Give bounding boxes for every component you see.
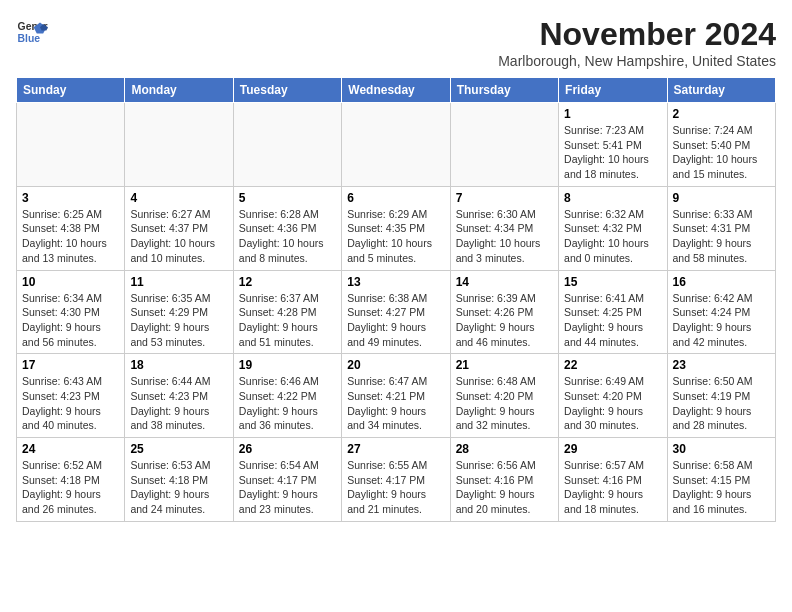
day-number: 21 [456,358,553,372]
day-info: Sunrise: 6:34 AM Sunset: 4:30 PM Dayligh… [22,291,119,350]
day-info: Sunrise: 6:33 AM Sunset: 4:31 PM Dayligh… [673,207,770,266]
calendar-cell: 30Sunrise: 6:58 AM Sunset: 4:15 PM Dayli… [667,438,775,522]
day-number: 28 [456,442,553,456]
day-number: 11 [130,275,227,289]
day-info: Sunrise: 6:57 AM Sunset: 4:16 PM Dayligh… [564,458,661,517]
page-header: General Blue November 2024 Marlborough, … [16,16,776,69]
day-info: Sunrise: 6:37 AM Sunset: 4:28 PM Dayligh… [239,291,336,350]
day-info: Sunrise: 6:58 AM Sunset: 4:15 PM Dayligh… [673,458,770,517]
day-number: 22 [564,358,661,372]
weekday-header-row: SundayMondayTuesdayWednesdayThursdayFrid… [17,78,776,103]
calendar-cell: 24Sunrise: 6:52 AM Sunset: 4:18 PM Dayli… [17,438,125,522]
day-number: 30 [673,442,770,456]
day-number: 15 [564,275,661,289]
weekday-header-wednesday: Wednesday [342,78,450,103]
weekday-header-monday: Monday [125,78,233,103]
calendar-cell: 27Sunrise: 6:55 AM Sunset: 4:17 PM Dayli… [342,438,450,522]
calendar-cell: 7Sunrise: 6:30 AM Sunset: 4:34 PM Daylig… [450,186,558,270]
day-info: Sunrise: 6:52 AM Sunset: 4:18 PM Dayligh… [22,458,119,517]
title-area: November 2024 Marlborough, New Hampshire… [498,16,776,69]
day-number: 23 [673,358,770,372]
location-subtitle: Marlborough, New Hampshire, United State… [498,53,776,69]
calendar-cell: 3Sunrise: 6:25 AM Sunset: 4:38 PM Daylig… [17,186,125,270]
calendar-week-row: 1Sunrise: 7:23 AM Sunset: 5:41 PM Daylig… [17,103,776,187]
calendar-cell: 6Sunrise: 6:29 AM Sunset: 4:35 PM Daylig… [342,186,450,270]
logo-icon: General Blue [16,16,48,48]
calendar-week-row: 17Sunrise: 6:43 AM Sunset: 4:23 PM Dayli… [17,354,776,438]
calendar-cell: 25Sunrise: 6:53 AM Sunset: 4:18 PM Dayli… [125,438,233,522]
day-info: Sunrise: 6:35 AM Sunset: 4:29 PM Dayligh… [130,291,227,350]
calendar-cell: 9Sunrise: 6:33 AM Sunset: 4:31 PM Daylig… [667,186,775,270]
day-number: 2 [673,107,770,121]
day-number: 4 [130,191,227,205]
calendar-cell: 20Sunrise: 6:47 AM Sunset: 4:21 PM Dayli… [342,354,450,438]
day-info: Sunrise: 6:42 AM Sunset: 4:24 PM Dayligh… [673,291,770,350]
day-number: 17 [22,358,119,372]
day-info: Sunrise: 6:41 AM Sunset: 4:25 PM Dayligh… [564,291,661,350]
day-info: Sunrise: 6:46 AM Sunset: 4:22 PM Dayligh… [239,374,336,433]
weekday-header-friday: Friday [559,78,667,103]
calendar-cell: 1Sunrise: 7:23 AM Sunset: 5:41 PM Daylig… [559,103,667,187]
day-info: Sunrise: 6:49 AM Sunset: 4:20 PM Dayligh… [564,374,661,433]
weekday-header-thursday: Thursday [450,78,558,103]
day-info: Sunrise: 6:48 AM Sunset: 4:20 PM Dayligh… [456,374,553,433]
calendar-week-row: 24Sunrise: 6:52 AM Sunset: 4:18 PM Dayli… [17,438,776,522]
weekday-header-sunday: Sunday [17,78,125,103]
calendar-cell: 16Sunrise: 6:42 AM Sunset: 4:24 PM Dayli… [667,270,775,354]
day-info: Sunrise: 6:32 AM Sunset: 4:32 PM Dayligh… [564,207,661,266]
calendar-week-row: 3Sunrise: 6:25 AM Sunset: 4:38 PM Daylig… [17,186,776,270]
day-number: 9 [673,191,770,205]
calendar-cell [342,103,450,187]
day-info: Sunrise: 6:47 AM Sunset: 4:21 PM Dayligh… [347,374,444,433]
day-number: 18 [130,358,227,372]
calendar-cell: 26Sunrise: 6:54 AM Sunset: 4:17 PM Dayli… [233,438,341,522]
day-info: Sunrise: 6:38 AM Sunset: 4:27 PM Dayligh… [347,291,444,350]
calendar-cell: 12Sunrise: 6:37 AM Sunset: 4:28 PM Dayli… [233,270,341,354]
day-number: 24 [22,442,119,456]
day-info: Sunrise: 6:30 AM Sunset: 4:34 PM Dayligh… [456,207,553,266]
day-info: Sunrise: 6:43 AM Sunset: 4:23 PM Dayligh… [22,374,119,433]
day-number: 25 [130,442,227,456]
day-number: 19 [239,358,336,372]
day-number: 1 [564,107,661,121]
calendar-cell: 11Sunrise: 6:35 AM Sunset: 4:29 PM Dayli… [125,270,233,354]
calendar-cell [233,103,341,187]
day-number: 8 [564,191,661,205]
day-number: 16 [673,275,770,289]
day-info: Sunrise: 6:39 AM Sunset: 4:26 PM Dayligh… [456,291,553,350]
day-number: 13 [347,275,444,289]
day-number: 20 [347,358,444,372]
day-number: 7 [456,191,553,205]
calendar-cell: 29Sunrise: 6:57 AM Sunset: 4:16 PM Dayli… [559,438,667,522]
calendar-cell [125,103,233,187]
calendar-cell: 4Sunrise: 6:27 AM Sunset: 4:37 PM Daylig… [125,186,233,270]
day-number: 5 [239,191,336,205]
calendar-cell: 28Sunrise: 6:56 AM Sunset: 4:16 PM Dayli… [450,438,558,522]
day-number: 27 [347,442,444,456]
calendar-week-row: 10Sunrise: 6:34 AM Sunset: 4:30 PM Dayli… [17,270,776,354]
calendar-cell [17,103,125,187]
day-number: 10 [22,275,119,289]
weekday-header-tuesday: Tuesday [233,78,341,103]
calendar-cell: 13Sunrise: 6:38 AM Sunset: 4:27 PM Dayli… [342,270,450,354]
calendar-cell: 19Sunrise: 6:46 AM Sunset: 4:22 PM Dayli… [233,354,341,438]
calendar-cell: 14Sunrise: 6:39 AM Sunset: 4:26 PM Dayli… [450,270,558,354]
month-year-title: November 2024 [498,16,776,53]
calendar-cell: 22Sunrise: 6:49 AM Sunset: 4:20 PM Dayli… [559,354,667,438]
calendar-cell: 21Sunrise: 6:48 AM Sunset: 4:20 PM Dayli… [450,354,558,438]
day-number: 14 [456,275,553,289]
day-info: Sunrise: 6:28 AM Sunset: 4:36 PM Dayligh… [239,207,336,266]
day-info: Sunrise: 6:29 AM Sunset: 4:35 PM Dayligh… [347,207,444,266]
day-number: 12 [239,275,336,289]
day-info: Sunrise: 6:53 AM Sunset: 4:18 PM Dayligh… [130,458,227,517]
day-info: Sunrise: 6:25 AM Sunset: 4:38 PM Dayligh… [22,207,119,266]
day-number: 29 [564,442,661,456]
calendar-cell: 23Sunrise: 6:50 AM Sunset: 4:19 PM Dayli… [667,354,775,438]
calendar-cell [450,103,558,187]
day-number: 26 [239,442,336,456]
day-info: Sunrise: 6:27 AM Sunset: 4:37 PM Dayligh… [130,207,227,266]
day-info: Sunrise: 6:54 AM Sunset: 4:17 PM Dayligh… [239,458,336,517]
weekday-header-saturday: Saturday [667,78,775,103]
day-number: 6 [347,191,444,205]
day-info: Sunrise: 7:23 AM Sunset: 5:41 PM Dayligh… [564,123,661,182]
